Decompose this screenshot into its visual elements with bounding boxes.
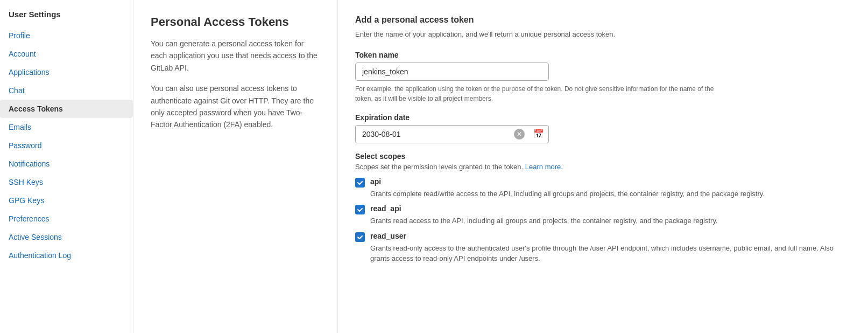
sidebar-item-password[interactable]: Password (0, 136, 133, 155)
scope-item-read_api: read_apiGrants read access to the API, i… (355, 204, 851, 226)
scope-checkbox-read_user[interactable] (355, 232, 365, 242)
description-1: You can generate a personal access token… (151, 38, 320, 74)
sidebar-item-chat[interactable]: Chat (0, 81, 133, 100)
sidebar-item-preferences[interactable]: Preferences (0, 210, 133, 228)
sidebar-item-emails[interactable]: Emails (0, 118, 133, 136)
sidebar-item-gpg-keys[interactable]: GPG Keys (0, 191, 133, 210)
left-section: Personal Access Tokens You can generate … (133, 0, 338, 333)
sidebar-item-ssh-keys[interactable]: SSH Keys (0, 173, 133, 191)
scope-checkbox-read_api[interactable] (355, 205, 365, 214)
sidebar-title: User Settings (0, 0, 133, 26)
scopes-hint: Scopes set the permission levels granted… (355, 163, 851, 171)
sidebar-item-active-sessions[interactable]: Active Sessions (0, 228, 133, 246)
main-content: Personal Access Tokens You can generate … (133, 0, 868, 333)
page-title: Personal Access Tokens (151, 15, 320, 29)
scope-checkbox-api[interactable] (355, 178, 365, 188)
sidebar-item-authentication-log[interactable]: Authentication Log (0, 246, 133, 265)
calendar-icon: 📅 (533, 129, 544, 139)
sidebar-item-profile[interactable]: Profile (0, 26, 133, 45)
scopes-title: Select scopes (355, 152, 851, 161)
learn-more-link[interactable]: Learn more. (525, 163, 563, 171)
scope-name-api: api (370, 177, 381, 186)
token-name-label: Token name (355, 51, 851, 59)
scope-name-read_api: read_api (370, 204, 401, 213)
form-subtitle: Enter the name of your application, and … (355, 29, 851, 40)
sidebar: User Settings ProfileAccountApplications… (0, 0, 133, 333)
scopes-hint-text: Scopes set the permission levels granted… (355, 163, 523, 171)
scope-row-read_api: read_api (355, 204, 851, 214)
expiry-date-field: ✕ 📅 (355, 125, 549, 143)
scope-row-api: api (355, 177, 851, 188)
form-section-title: Add a personal access token (355, 15, 851, 25)
right-section: Add a personal access token Enter the na… (338, 0, 868, 333)
close-circle-icon: ✕ (514, 129, 525, 140)
token-name-input[interactable] (355, 63, 549, 81)
token-name-hint: For example, the application using the t… (355, 84, 721, 103)
expiry-date-input[interactable] (356, 126, 510, 143)
sidebar-item-notifications[interactable]: Notifications (0, 155, 133, 173)
scope-desc-read_api: Grants read access to the API, including… (370, 216, 851, 226)
scope-row-read_user: read_user (355, 232, 851, 242)
scope-item-read_user: read_userGrants read-only access to the … (355, 232, 851, 264)
scope-desc-api: Grants complete read/write access to the… (370, 189, 851, 199)
calendar-button[interactable]: 📅 (529, 126, 548, 142)
description-2: You can also use personal access tokens … (151, 82, 320, 131)
expiry-label: Expiration date (355, 113, 851, 122)
clear-expiry-button[interactable]: ✕ (510, 126, 529, 143)
scope-item-api: apiGrants complete read/write access to … (355, 177, 851, 199)
scope-desc-read_user: Grants read-only access to the authentic… (370, 243, 851, 264)
scopes-container: apiGrants complete read/write access to … (355, 177, 851, 264)
scope-name-read_user: read_user (370, 232, 406, 240)
sidebar-item-applications[interactable]: Applications (0, 63, 133, 81)
sidebar-item-access-tokens[interactable]: Access Tokens (0, 100, 133, 118)
sidebar-item-account[interactable]: Account (0, 45, 133, 63)
